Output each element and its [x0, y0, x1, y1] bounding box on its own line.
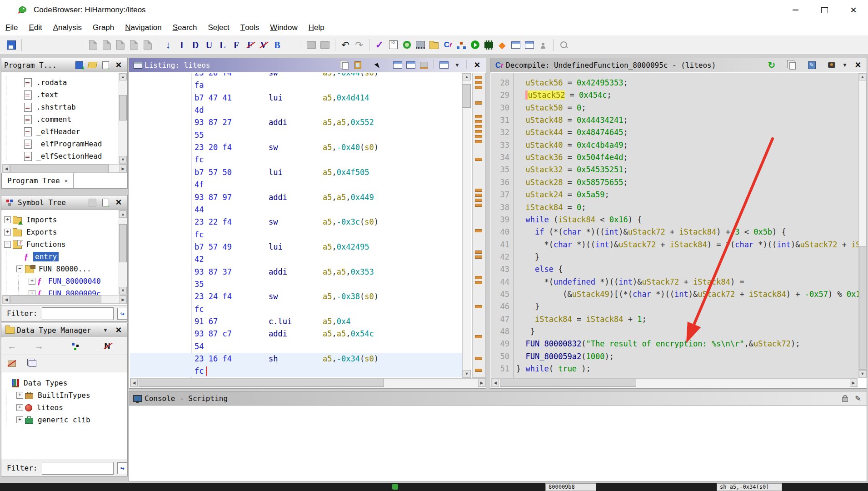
letter-icon[interactable]: F — [229, 38, 243, 52]
listing-row[interactable]: 91 67c.luia5,0x4 — [130, 316, 462, 328]
change-marker[interactable] — [475, 369, 482, 372]
memory-icon[interactable] — [414, 38, 427, 52]
folder-open-icon[interactable] — [86, 60, 98, 70]
navdown-icon[interactable]: ↓ — [161, 38, 175, 52]
back-icon[interactable] — [25, 38, 39, 52]
letter-slash-icon[interactable]: F — [243, 38, 257, 52]
listing-row[interactable]: 54 — [130, 341, 462, 353]
drop-icon[interactable] — [80, 340, 94, 353]
treestruct-icon[interactable] — [454, 38, 468, 52]
letter-slash-icon[interactable]: V — [257, 38, 270, 52]
scroll-thumb[interactable] — [859, 246, 866, 370]
scroll-right-icon[interactable]: ▶ — [120, 296, 127, 303]
sheet2-icon[interactable] — [405, 60, 417, 70]
tree-node--elfprogramhead[interactable]: _elfProgramHead — [2, 138, 118, 150]
scroll-down-icon[interactable]: ▼ — [859, 370, 866, 377]
menu-navigation[interactable]: Navigation — [120, 20, 167, 35]
maximize-button[interactable] — [810, 0, 839, 20]
listing-row[interactable]: 55 — [130, 129, 462, 141]
change-marker[interactable] — [475, 120, 482, 123]
tree-node-liteos[interactable]: +liteos — [2, 401, 127, 414]
scroll-thumb[interactable] — [139, 379, 384, 387]
tree-node-generic-clib[interactable]: +generic_clib — [2, 414, 127, 426]
edit-icon[interactable]: ✎ — [806, 60, 818, 70]
menu-tools[interactable]: Tools — [235, 20, 265, 35]
film-icon[interactable] — [482, 38, 495, 52]
decompile-line[interactable]: 29 uStack52 = 0x454c; — [491, 89, 859, 101]
folder-icon[interactable] — [427, 38, 441, 52]
scroll-up-icon[interactable]: ▲ — [119, 210, 127, 218]
scroll-thumb[interactable] — [119, 95, 127, 120]
tab-close-icon[interactable]: × — [65, 177, 68, 184]
copy-icon[interactable] — [339, 60, 350, 70]
listing-row[interactable]: 42 — [130, 253, 462, 266]
change-marker[interactable] — [475, 251, 482, 254]
change-marker[interactable] — [475, 158, 482, 161]
listing-hscrollbar[interactable]: ◀ ▶ — [130, 378, 486, 387]
edit-pencil-icon[interactable]: ✎ — [852, 393, 864, 404]
lock-icon[interactable] — [839, 393, 851, 404]
scroll-thumb[interactable] — [10, 165, 109, 172]
export-icon[interactable] — [100, 60, 111, 70]
drop-icon[interactable] — [46, 340, 60, 353]
listing-row[interactable]: b7 47 41luia5,0x4d414 — [130, 92, 462, 104]
decompile-line[interactable]: 28 uStack56 = 0x42495353; — [491, 77, 859, 89]
tree-node-data-types[interactable]: Data Types — [2, 377, 127, 389]
scroll-thumb[interactable] — [463, 84, 471, 108]
listing-row[interactable]: fc — [130, 154, 462, 166]
undo-icon[interactable]: ↶ — [339, 38, 352, 52]
listing-row[interactable]: 93 87 37addia5,a5,0x353 — [130, 266, 462, 278]
printer-icon[interactable] — [418, 60, 430, 70]
listing-row[interactable]: 23 24 f4swa5,-0x38(s0) — [130, 291, 462, 303]
page-icon[interactable] — [86, 38, 100, 52]
change-marker[interactable] — [475, 125, 482, 128]
close-icon[interactable]: × — [113, 197, 125, 208]
camera-icon[interactable] — [826, 60, 838, 70]
tab-program-tree[interactable]: Program Tree × — [1, 173, 74, 188]
win-icon[interactable]: − — [25, 357, 39, 371]
tree-node-imports[interactable]: +Imports — [2, 214, 118, 226]
decompile-hscrollbar[interactable]: ◀ ▶ — [491, 378, 858, 387]
change-marker[interactable] — [475, 101, 482, 105]
symbol-tree-filter-input[interactable] — [42, 307, 114, 320]
change-marker[interactable] — [475, 276, 482, 279]
letter-icon[interactable]: U — [202, 38, 216, 52]
refresh-icon[interactable]: ↻ — [766, 60, 778, 70]
scroll-down-icon[interactable]: ▼ — [119, 156, 127, 163]
scroll-up-icon[interactable]: ▲ — [463, 73, 471, 80]
menu-edit[interactable]: Edit — [23, 20, 47, 35]
listing-row[interactable]: fc — [130, 365, 462, 377]
back-dis-icon[interactable]: ← — [5, 340, 19, 353]
copy-dis-icon[interactable] — [786, 60, 798, 70]
close-icon[interactable]: × — [113, 60, 125, 70]
table-icon[interactable] — [438, 60, 450, 70]
decompile-line[interactable]: 43 else { — [491, 263, 859, 276]
change-marker[interactable] — [475, 115, 482, 118]
letter-icon[interactable]: D — [189, 38, 202, 52]
close-icon[interactable]: × — [471, 60, 483, 70]
machine-icon[interactable] — [318, 38, 332, 52]
tree-node-functions[interactable]: −Functions — [2, 238, 118, 251]
scroll-left-icon[interactable]: ◀ — [492, 379, 499, 387]
tree-node--elfsectionhead[interactable]: _elfSectionHead — [2, 150, 118, 162]
decompile-body[interactable]: 28 uStack56 = 0x42495353;29 uStack52 = 0… — [491, 73, 859, 378]
program-tree-vscrollbar[interactable]: ▲ ▼ — [119, 73, 127, 164]
change-marker[interactable] — [475, 130, 482, 133]
export-icon[interactable] — [100, 197, 111, 208]
diamond-icon[interactable]: ◆ — [495, 38, 509, 52]
drop-solid-icon[interactable]: ▼ — [100, 325, 111, 336]
scroll-up-icon[interactable]: ▲ — [119, 73, 127, 80]
decompile-line[interactable]: 47 iStack84 = iStack84 + 1; — [491, 313, 859, 326]
program-tree-hscrollbar[interactable]: ◀ ▶ — [2, 164, 127, 173]
change-marker[interactable] — [475, 357, 482, 360]
tree-node-fun-80000040[interactable]: +ƒFUN_80000040 — [2, 275, 118, 287]
scroll-left-icon[interactable]: ◀ — [3, 165, 10, 172]
decompile-line[interactable]: 50 FUN_800059a2(1000); — [491, 351, 859, 363]
scroll-right-icon[interactable]: ▶ — [850, 379, 857, 387]
close-button[interactable]: × — [839, 0, 868, 20]
ioai-icon[interactable]: IO — [386, 38, 400, 52]
decompile-line[interactable]: 45 (&uStack49)[(*(char *)((int)&uStack72… — [491, 288, 859, 301]
decompile-line[interactable]: 51} while( true ); — [491, 363, 859, 375]
person-icon[interactable] — [536, 38, 550, 52]
listing-row[interactable]: 44 — [130, 204, 462, 216]
